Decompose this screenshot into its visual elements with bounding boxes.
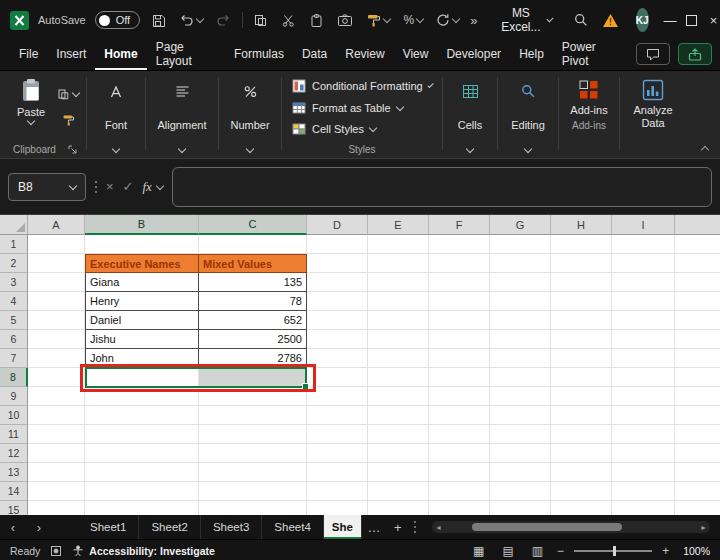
cell-B6[interactable]: Jishu xyxy=(85,330,199,349)
cell-H5[interactable] xyxy=(551,311,612,330)
close-button[interactable]: × xyxy=(707,0,720,40)
zoom-out-button[interactable]: − xyxy=(557,544,564,558)
macro-record-icon[interactable] xyxy=(50,545,62,557)
column-header-F[interactable]: F xyxy=(429,215,490,235)
row-header-3[interactable]: 3 xyxy=(0,273,28,292)
cell-E5[interactable] xyxy=(368,311,429,330)
paste-small-button[interactable] xyxy=(307,11,326,30)
tab-page-layout[interactable]: Page Layout xyxy=(147,40,225,70)
cell-A9[interactable] xyxy=(28,387,85,406)
cell-B8[interactable] xyxy=(85,368,199,387)
cell-G8[interactable] xyxy=(490,368,551,387)
column-header-A[interactable]: A xyxy=(28,215,85,235)
cell-I13[interactable] xyxy=(612,463,675,482)
cell-E12[interactable] xyxy=(368,444,429,463)
cell-F10[interactable] xyxy=(429,406,490,425)
zoom-level[interactable]: 100% xyxy=(683,545,710,557)
row-header-5[interactable]: 5 xyxy=(0,311,28,330)
cell-A12[interactable] xyxy=(28,444,85,463)
tab-data[interactable]: Data xyxy=(293,40,336,70)
cell-A11[interactable] xyxy=(28,425,85,444)
collapse-ribbon-button[interactable] xyxy=(702,144,708,153)
editing-group-button[interactable]: Editing xyxy=(502,74,554,158)
cell-H4[interactable] xyxy=(551,292,612,311)
camera-button[interactable] xyxy=(335,11,355,29)
cells-group-button[interactable]: Cells xyxy=(447,74,493,158)
formula-input[interactable] xyxy=(172,167,712,207)
cell-D1[interactable] xyxy=(307,235,368,254)
analyze-data-button[interactable]: Analyze Data xyxy=(624,74,682,158)
cell-I2[interactable] xyxy=(612,254,675,273)
sheet-more-button[interactable]: … xyxy=(362,515,386,539)
row-header-4[interactable]: 4 xyxy=(0,292,28,311)
cell-C4[interactable]: 78 xyxy=(199,292,307,311)
cell-overflow1[interactable] xyxy=(675,235,720,254)
cell-G11[interactable] xyxy=(490,425,551,444)
cell-C11[interactable] xyxy=(199,425,307,444)
cell-D13[interactable] xyxy=(307,463,368,482)
toolbar-overflow-icon[interactable]: » xyxy=(470,13,477,28)
cell-A3[interactable] xyxy=(28,273,85,292)
cell-C12[interactable] xyxy=(199,444,307,463)
format-painter-button-ribbon[interactable] xyxy=(62,114,75,127)
cell-overflow2[interactable] xyxy=(675,254,720,273)
sheet-tab-she[interactable]: She xyxy=(324,515,362,539)
column-header-B[interactable]: B xyxy=(85,215,199,235)
fill-handle[interactable] xyxy=(302,383,309,390)
search-icon[interactable] xyxy=(571,10,591,30)
cell-H11[interactable] xyxy=(551,425,612,444)
cell-D7[interactable] xyxy=(307,349,368,368)
cell-E15[interactable] xyxy=(368,501,429,515)
cell-E4[interactable] xyxy=(368,292,429,311)
zoom-slider-thumb[interactable] xyxy=(613,546,616,556)
tab-insert[interactable]: Insert xyxy=(47,40,95,70)
cell-C3[interactable]: 135 xyxy=(199,273,307,292)
cell-F14[interactable] xyxy=(429,482,490,501)
cell-A5[interactable] xyxy=(28,311,85,330)
row-header-7[interactable]: 7 xyxy=(0,349,28,368)
cell-A8[interactable] xyxy=(28,368,85,387)
cell-F1[interactable] xyxy=(429,235,490,254)
cell-B1[interactable] xyxy=(85,235,199,254)
cell-I15[interactable] xyxy=(612,501,675,515)
sheet-tab-sheet1[interactable]: Sheet1 xyxy=(78,515,139,539)
cell-G6[interactable] xyxy=(490,330,551,349)
cell-A7[interactable] xyxy=(28,349,85,368)
comments-button[interactable] xyxy=(636,43,670,65)
cell-G2[interactable] xyxy=(490,254,551,273)
horizontal-scrollbar[interactable]: ◄ ► xyxy=(432,521,710,533)
cell-I1[interactable] xyxy=(612,235,675,254)
cell-C15[interactable] xyxy=(199,501,307,515)
cell-I14[interactable] xyxy=(612,482,675,501)
page-break-view-icon[interactable]: ▥ xyxy=(532,544,543,558)
cell-A15[interactable] xyxy=(28,501,85,515)
format-as-table-button[interactable]: Format as Table xyxy=(292,98,432,118)
clipboard-dialog-launcher-icon[interactable] xyxy=(68,145,77,154)
column-header-C[interactable]: C xyxy=(199,215,307,235)
cell-H3[interactable] xyxy=(551,273,612,292)
cell-C7[interactable]: 2786 xyxy=(199,349,307,368)
cell-F5[interactable] xyxy=(429,311,490,330)
cell-overflow7[interactable] xyxy=(675,349,720,368)
cell-E8[interactable] xyxy=(368,368,429,387)
cell-B15[interactable] xyxy=(85,501,199,515)
row-header-1[interactable]: 1 xyxy=(0,235,28,254)
column-header-overflow[interactable] xyxy=(675,215,720,235)
sheet-tab-sheet3[interactable]: Sheet3 xyxy=(201,515,262,539)
cell-E11[interactable] xyxy=(368,425,429,444)
alignment-group-button[interactable]: Alignment xyxy=(150,74,214,158)
cell-A2[interactable] xyxy=(28,254,85,273)
scroll-right-icon[interactable]: ► xyxy=(700,524,707,531)
cell-E6[interactable] xyxy=(368,330,429,349)
cell-F11[interactable] xyxy=(429,425,490,444)
copy-button[interactable] xyxy=(251,11,270,30)
cell-B14[interactable] xyxy=(85,482,199,501)
cell-F4[interactable] xyxy=(429,292,490,311)
cell-F2[interactable] xyxy=(429,254,490,273)
cell-A1[interactable] xyxy=(28,235,85,254)
tab-file[interactable]: File xyxy=(10,40,47,70)
cell-H2[interactable] xyxy=(551,254,612,273)
cell-B13[interactable] xyxy=(85,463,199,482)
sheet-options-icon[interactable] xyxy=(414,521,416,523)
tab-home[interactable]: Home xyxy=(95,40,146,70)
